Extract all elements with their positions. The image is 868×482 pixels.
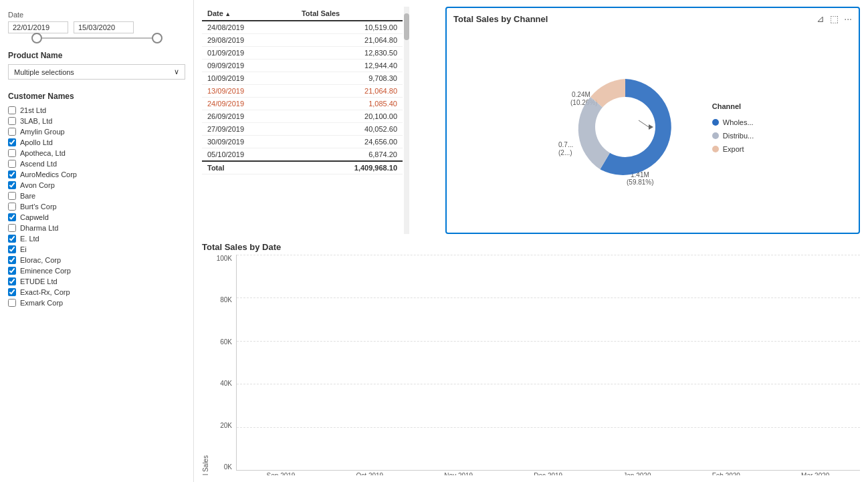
expand-icon[interactable]: ⬚	[830, 13, 839, 24]
product-name-value: Multiple selections	[14, 68, 74, 76]
customer-checkbox[interactable]	[8, 149, 16, 157]
donut-chart-panel: Total Sales by Channel ⊿ ⬚ ··· 0.24M (10…	[445, 7, 860, 234]
customer-checkbox[interactable]	[8, 256, 16, 264]
x-axis-labels: Sep 2019Oct 2019Nov 2019Dec 2019Jan 2020…	[209, 472, 860, 475]
table-cell-sales: 40,052.60	[296, 123, 403, 136]
svg-text:(2...): (2...)	[558, 149, 572, 156]
customer-checkbox[interactable]	[8, 277, 16, 285]
more-options-icon[interactable]: ···	[844, 13, 852, 24]
customer-checkbox[interactable]	[8, 267, 16, 275]
customer-checkbox[interactable]	[8, 213, 16, 221]
donut-area: 0.24M (10.26%) 0.7... (2...) 1.41M (59.8…	[453, 28, 852, 227]
customer-name: Elorac, Corp	[20, 256, 61, 264]
customer-name: Burt's Corp	[20, 203, 57, 211]
legend-dot-export	[712, 146, 719, 152]
list-item: Exact-Rx, Corp	[8, 287, 185, 297]
table-cell-date: 27/09/2019	[202, 123, 296, 136]
customer-checkbox[interactable]	[8, 288, 16, 296]
main-content: Date Total Sales 24/08/201910,519.0029/0…	[194, 0, 868, 482]
legend-label-export: Export	[723, 145, 744, 153]
legend-item-distributor: Distribu...	[712, 132, 754, 140]
customer-checkbox[interactable]	[8, 245, 16, 253]
table-cell-date: 01/09/2019	[202, 47, 296, 59]
customer-name: Avon Corp	[20, 181, 55, 189]
customer-checkbox[interactable]	[8, 203, 16, 211]
list-item: Capweld	[8, 212, 185, 223]
scrollbar-thumb[interactable]	[404, 13, 409, 40]
slider-thumb-right[interactable]	[152, 33, 162, 43]
y-axis: 100K80K60K40K20K0K	[209, 255, 236, 471]
legend-dot-wholesale	[712, 119, 719, 126]
customer-checkbox[interactable]	[8, 224, 16, 232]
y-axis-label: 20K	[220, 422, 232, 429]
customer-name: E. Ltd	[20, 235, 39, 243]
date-start-input[interactable]	[8, 21, 68, 33]
customer-checkbox[interactable]	[8, 106, 16, 114]
customer-checkbox[interactable]	[8, 181, 16, 189]
table-cell-date: 13/09/2019	[202, 85, 296, 98]
svg-text:(59.81%): (59.81%)	[627, 178, 654, 186]
list-item: Avon Corp	[8, 180, 185, 191]
customer-name: 21st Ltd	[20, 106, 46, 114]
list-item: Dharma Ltd	[8, 223, 185, 233]
col-date-header[interactable]: Date	[202, 7, 296, 21]
customer-checkbox[interactable]	[8, 299, 16, 307]
table-cell-date: 24/09/2019	[202, 98, 296, 110]
legend-item-wholesale: Wholes...	[712, 118, 754, 126]
list-item: Ascend Ltd	[8, 158, 185, 169]
table-cell-sales: 10,519.00	[296, 21, 403, 34]
sales-table-section: Date Total Sales 24/08/201910,519.0029/0…	[202, 7, 403, 234]
table-row: 29/08/201921,064.80	[202, 34, 403, 47]
product-name-dropdown[interactable]: Multiple selections ∨	[8, 64, 185, 80]
table-row: 24/09/20191,085.40	[202, 98, 403, 110]
table-cell-date: 30/09/2019	[202, 136, 296, 148]
customer-name: Eminence Corp	[20, 267, 71, 275]
table-total-label: Total	[202, 161, 296, 174]
customer-name: ETUDE Ltd	[20, 277, 58, 285]
bar-chart-title: Total Sales by Date	[202, 242, 860, 252]
x-axis-label: Dec 2019	[534, 472, 562, 475]
svg-text:0.24M: 0.24M	[572, 91, 590, 98]
chart-panel-icons: ⊿ ⬚ ···	[817, 13, 852, 24]
customer-checkbox[interactable]	[8, 192, 16, 200]
table-row: 26/09/201920,100.00	[202, 110, 403, 123]
col-sales-header[interactable]: Total Sales	[296, 7, 403, 21]
legend-label-distributor: Distribu...	[723, 132, 754, 140]
table-total-value: 1,409,968.10	[296, 161, 403, 174]
product-name-label: Product Name	[8, 51, 185, 60]
bar-chart-area	[236, 255, 860, 471]
bars-area	[237, 255, 860, 457]
table-cell-sales: 20,100.00	[296, 110, 403, 123]
table-cell-sales: 21,064.80	[296, 85, 403, 98]
table-row: 13/09/201921,064.80	[202, 85, 403, 98]
customer-checkbox[interactable]	[8, 117, 16, 125]
slider-thumb-left[interactable]	[31, 33, 42, 43]
list-item: Exmark Corp	[8, 297, 185, 308]
table-cell-date: 26/09/2019	[202, 110, 296, 123]
table-cell-sales: 6,874.20	[296, 148, 403, 162]
customer-checkbox[interactable]	[8, 170, 16, 178]
date-end-input[interactable]	[74, 21, 134, 33]
table-scrollbar[interactable]	[404, 7, 409, 234]
legend-dot-distributor	[712, 132, 719, 139]
customer-checkbox[interactable]	[8, 160, 16, 168]
table-row: 10/09/20199,708.30	[202, 72, 403, 85]
x-axis-label: Mar 2020	[801, 472, 829, 475]
table-row: 27/09/201940,052.60	[202, 123, 403, 136]
customer-checkbox[interactable]	[8, 128, 16, 136]
customer-checkbox[interactable]	[8, 235, 16, 243]
table-cell-date: 10/09/2019	[202, 72, 296, 85]
date-slider[interactable]	[8, 37, 185, 39]
customer-name: Exmark Corp	[20, 299, 63, 307]
table-cell-date: 05/10/2019	[202, 148, 296, 162]
x-axis-label: Nov 2019	[444, 472, 473, 475]
customer-name: Bare	[20, 192, 35, 200]
customer-checkbox[interactable]	[8, 138, 16, 146]
table-total-row: Total1,409,968.10	[202, 161, 403, 174]
customer-name: Ei	[20, 245, 27, 253]
table-row: 30/09/201924,656.00	[202, 136, 403, 148]
filter-icon[interactable]: ⊿	[817, 13, 825, 24]
x-axis-label: Jan 2020	[623, 472, 651, 475]
chart-panel-header: Total Sales by Channel ⊿ ⬚ ···	[453, 13, 852, 24]
top-section: Date Total Sales 24/08/201910,519.0029/0…	[202, 7, 860, 234]
